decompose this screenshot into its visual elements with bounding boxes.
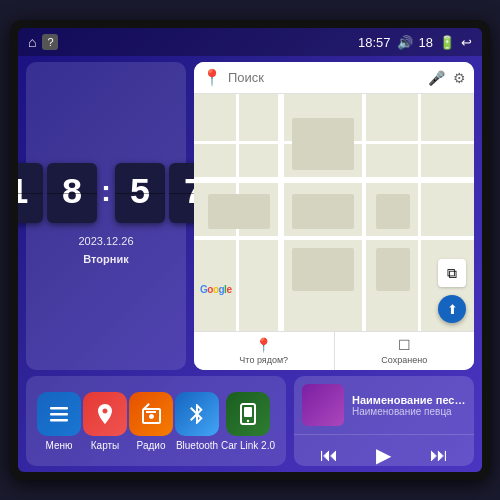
nearby-icon: 📍 [255, 337, 272, 353]
map-block [292, 118, 354, 170]
status-bar: ⌂ ? 18:57 🔊 18 🔋 ↩ [18, 28, 482, 56]
clock-widget: 1 8 : 5 7 2023.12.26 [26, 62, 186, 370]
question-icon[interactable]: ? [42, 34, 58, 50]
radio-icon [129, 392, 173, 436]
app-item-radio[interactable]: Радио [129, 392, 173, 451]
mic-icon[interactable]: 🎤 [428, 70, 445, 86]
play-button[interactable]: ▶ [370, 441, 398, 466]
map-block [292, 248, 354, 291]
app-item-menu[interactable]: Меню [37, 392, 81, 451]
map-area[interactable]: Google ⧉ ⬆ [194, 94, 474, 331]
carlink-icon [226, 392, 270, 436]
screen: ⌂ ? 18:57 🔊 18 🔋 ↩ 1 [18, 28, 482, 472]
svg-rect-4 [244, 407, 252, 417]
saved-icon: ☐ [398, 337, 411, 353]
carlink-app-label: Car Link 2.0 [221, 440, 275, 451]
bluetooth-app-label: Bluetooth [176, 440, 218, 451]
flip-clock: 1 8 : 5 7 [18, 163, 219, 223]
next-button[interactable]: ⏭ [425, 441, 453, 466]
top-row: 1 8 : 5 7 2023.12.26 [26, 62, 474, 370]
music-artist: Наименование певца [352, 406, 466, 417]
menu-icon [37, 392, 81, 436]
map-block [376, 194, 410, 230]
map-navigate-button[interactable]: ⬆ [438, 295, 466, 323]
map-nearby-button[interactable]: 📍 Что рядом? [194, 332, 335, 370]
settings-icon[interactable]: ⚙ [453, 70, 466, 86]
volume-icon: 🔊 [397, 35, 413, 50]
flip-digit-m1: 5 [115, 163, 165, 223]
status-time: 18:57 [358, 35, 391, 50]
main-content: 1 8 : 5 7 2023.12.26 [18, 56, 482, 472]
app-item-carlink[interactable]: Car Link 2.0 [221, 392, 275, 451]
svg-rect-1 [50, 413, 68, 416]
nearby-label: Что рядом? [239, 355, 288, 365]
device-bezel: ⌂ ? 18:57 🔊 18 🔋 ↩ 1 [10, 20, 490, 480]
map-widget: 📍 🎤 ⚙ [194, 62, 474, 370]
battery-icon: 🔋 [439, 35, 455, 50]
prev-button[interactable]: ⏮ [315, 441, 343, 466]
bottom-row: Меню Карты [26, 376, 474, 466]
maps-icon [83, 392, 127, 436]
clock-weekday: Вторник [78, 251, 133, 269]
map-search-input[interactable] [228, 70, 422, 85]
app-bar: Меню Карты [26, 376, 286, 466]
menu-app-label: Меню [45, 440, 72, 451]
music-thumbnail [302, 384, 344, 426]
status-battery-level: 18 [419, 35, 433, 50]
music-widget: Наименование песни Наименование певца ⏮ … [294, 376, 474, 466]
map-road [278, 94, 284, 331]
flip-digit-h2: 8 [47, 163, 97, 223]
music-text: Наименование песни Наименование певца [352, 394, 466, 417]
home-icon[interactable]: ⌂ [28, 34, 36, 50]
music-info: Наименование песни Наименование певца [294, 376, 474, 434]
map-search-icons: 🎤 ⚙ [428, 70, 466, 86]
google-logo: Google [200, 284, 231, 295]
clock-date-value: 2023.12.26 [78, 233, 133, 251]
svg-point-5 [247, 419, 249, 421]
svg-rect-0 [50, 407, 68, 410]
map-search-bar: 📍 🎤 ⚙ [194, 62, 474, 94]
svg-rect-2 [50, 419, 68, 422]
flip-separator: : [101, 174, 111, 208]
back-icon[interactable]: ↩ [461, 35, 472, 50]
map-block [376, 248, 410, 291]
status-right: 18:57 🔊 18 🔋 ↩ [358, 35, 472, 50]
app-item-bluetooth[interactable]: Bluetooth [175, 392, 219, 451]
map-block [292, 194, 354, 230]
map-road [362, 94, 366, 331]
music-controls: ⏮ ▶ ⏭ [294, 434, 474, 466]
saved-label: Сохранено [381, 355, 427, 365]
map-pin-icon: 📍 [202, 68, 222, 87]
app-item-maps[interactable]: Карты [83, 392, 127, 451]
radio-app-label: Радио [137, 440, 166, 451]
flip-digit-h1: 1 [18, 163, 43, 223]
music-title: Наименование песни [352, 394, 466, 406]
map-footer: 📍 Что рядом? ☐ Сохранено [194, 331, 474, 370]
maps-app-label: Карты [91, 440, 120, 451]
map-saved-button[interactable]: ☐ Сохранено [335, 332, 475, 370]
map-block [208, 194, 270, 230]
status-left: ⌂ ? [28, 34, 58, 50]
map-layers-button[interactable]: ⧉ [438, 259, 466, 287]
clock-date: 2023.12.26 Вторник [78, 233, 133, 268]
map-road [418, 94, 421, 331]
bluetooth-icon [175, 392, 219, 436]
